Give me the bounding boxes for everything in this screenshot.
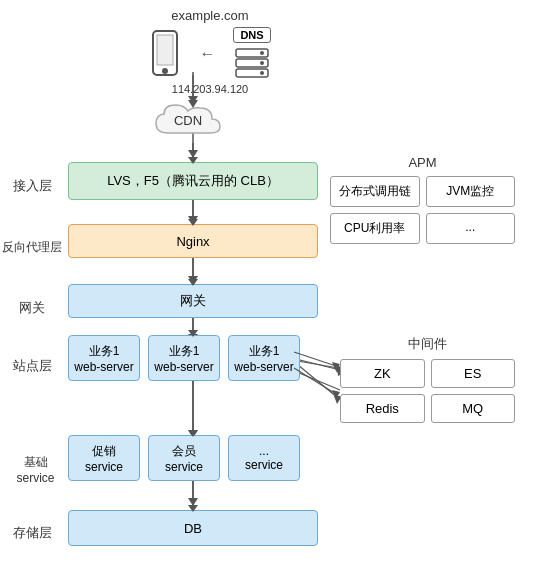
apm-cell-2: CPU利用率 [330, 213, 420, 244]
svg-line-47 [294, 368, 336, 394]
dns-badge: DNS [233, 27, 270, 43]
mw-cell-2: Redis [340, 394, 425, 423]
mw-cell-0: ZK [340, 359, 425, 388]
phone-icon [149, 29, 181, 80]
station-item-2-line2: web-server [234, 360, 293, 374]
top-section: example.com ← DNS [110, 8, 310, 95]
layer-storage: 存储层 [8, 525, 56, 542]
dns-server: DNS [233, 27, 270, 81]
db-label: DB [184, 521, 202, 536]
nginx-label: Nginx [176, 234, 209, 249]
layer-access: 接入层 [8, 178, 56, 195]
apm-panel: APM 分布式调用链 JVM监控 CPU利用率 ... [330, 155, 515, 244]
service-item-0-line2: service [85, 460, 123, 474]
lvs-label: LVS，F5（腾讯云用的 CLB） [107, 172, 279, 190]
service-item-2-line2: service [245, 458, 283, 472]
svg-marker-13 [188, 498, 198, 506]
svg-marker-48 [332, 390, 340, 399]
svg-marker-46 [332, 362, 340, 371]
svg-marker-7 [188, 276, 198, 284]
cdn-cloud: CDN [148, 104, 238, 138]
service-item-0: 促销 service [68, 435, 140, 481]
svg-point-28 [260, 61, 264, 65]
svg-marker-5 [188, 216, 198, 224]
apm-title: APM [330, 155, 515, 170]
layer-gateway: 网关 [8, 300, 56, 317]
nginx-box: Nginx [68, 224, 318, 258]
mw-cell-1: ES [431, 359, 516, 388]
lvs-box: LVS，F5（腾讯云用的 CLB） [68, 162, 318, 200]
station-item-0-line2: web-server [74, 360, 133, 374]
apm-cell-3: ... [426, 213, 516, 244]
station-item-2: 业务1 web-server [228, 335, 300, 381]
svg-line-45 [294, 352, 336, 366]
station-item-1-line1: 业务1 [169, 343, 200, 360]
svg-point-23 [162, 68, 168, 74]
db-box: DB [68, 510, 318, 546]
service-item-1: 会员 service [148, 435, 220, 481]
svg-marker-3 [188, 150, 198, 158]
gateway-box: 网关 [68, 284, 318, 318]
service-item-2: ... service [228, 435, 300, 481]
apm-grid: 分布式调用链 JVM监控 CPU利用率 ... [330, 176, 515, 244]
middleware-panel: 中间件 ZK ES Redis MQ [340, 335, 515, 423]
middleware-grid: ZK ES Redis MQ [340, 359, 515, 423]
station-row: 业务1 web-server 业务1 web-server 业务1 web-se… [68, 335, 300, 381]
station-item-1-line2: web-server [154, 360, 213, 374]
gateway-label: 网关 [180, 292, 206, 310]
layer-station: 站点层 [8, 358, 56, 375]
svg-point-29 [260, 71, 264, 75]
middleware-title: 中间件 [340, 335, 515, 353]
diagram-container: example.com ← DNS [0, 0, 550, 576]
station-item-0-line1: 业务1 [89, 343, 120, 360]
svg-point-27 [260, 51, 264, 55]
service-item-1-line2: service [165, 460, 203, 474]
service-item-0-line1: 促销 [92, 443, 116, 460]
service-row: 促销 service 会员 service ... service [68, 435, 300, 481]
ip-label: 114.203.94.120 [172, 83, 248, 95]
service-item-2-line1: ... [259, 444, 269, 458]
layer-reverse-proxy: 反向代理层 [2, 240, 62, 256]
station-item-0: 业务1 web-server [68, 335, 140, 381]
apm-cell-0: 分布式调用链 [330, 176, 420, 207]
domain-label: example.com [171, 8, 248, 23]
station-item-1: 业务1 web-server [148, 335, 220, 381]
left-arrow: ← [199, 45, 215, 63]
svg-rect-22 [157, 35, 173, 65]
mw-cell-3: MQ [431, 394, 516, 423]
service-item-1-line1: 会员 [172, 443, 196, 460]
svg-text:CDN: CDN [174, 113, 202, 128]
station-item-2-line1: 业务1 [249, 343, 280, 360]
layer-base-service: 基础 service [8, 455, 63, 486]
apm-cell-1: JVM监控 [426, 176, 516, 207]
